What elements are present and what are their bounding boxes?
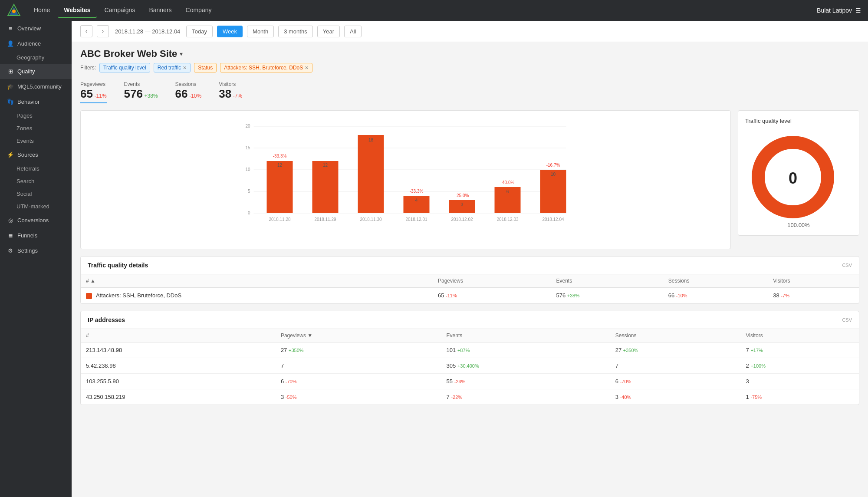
period-today[interactable]: Today [186, 26, 213, 37]
tq-vi-change: -7% [781, 293, 789, 298]
page-title-bar: ABC Broker Web Site ▾ [72, 42, 868, 63]
period-all[interactable]: All [344, 26, 362, 37]
filter-tag-quality-text: Traffic quality level [103, 65, 146, 71]
sidebar-label-events: Events [16, 138, 34, 144]
sidebar-item-quality[interactable]: ⊞ Quality [0, 64, 72, 79]
stat-visitors-value: 38 [219, 87, 231, 100]
content-body: 20 15 10 5 0 -33.3% 12 2018.11.28 12 201… [72, 103, 868, 256]
svg-text:-16.7%: -16.7% [546, 163, 560, 168]
sidebar-item-search[interactable]: Search [0, 175, 72, 188]
ip-table: IP addresses CSV # Pageviews ▼ Events Se… [80, 311, 859, 405]
sidebar-item-audience[interactable]: 👤 Audience [0, 36, 72, 51]
sidebar-label-mql5: MQL5.community [17, 83, 62, 90]
table-row: 103.255.5.90 6 -70% 55 -24% 6 -70% 3 [81, 373, 859, 389]
ip-visitors-cell: 2 +100% [741, 358, 859, 373]
period-month[interactable]: Month [247, 26, 274, 37]
nav-campaigns[interactable]: Campaigns [99, 3, 141, 18]
ip-se-change: -40% [620, 395, 631, 400]
svg-text:2018.12.02: 2018.12.02 [451, 217, 473, 222]
period-year[interactable]: Year [317, 26, 340, 37]
nav-company[interactable]: Company [180, 3, 218, 18]
user-info: Bulat Latipov ☰ [817, 7, 861, 14]
settings-icon: ⚙ [7, 247, 14, 254]
sidebar-label-referrals: Referrals [16, 165, 39, 172]
main-content: ‹ › 2018.11.28 — 2018.12.04 Today Week M… [72, 21, 868, 497]
ip-pageviews-cell: 27 +350% [276, 342, 441, 358]
sidebar-item-funnels[interactable]: ≣ Funnels [0, 228, 72, 243]
filter-tag-attackers-text: Attackers: SSH, Bruteforce, DDoS [224, 65, 303, 71]
ip-address-cell: 213.143.48.98 [81, 342, 276, 358]
ip-sessions-cell: 3 -40% [610, 389, 741, 405]
ip-title: IP addresses [88, 316, 125, 323]
sidebar-item-geography[interactable]: Geography [0, 51, 72, 64]
sidebar-item-events[interactable]: Events [0, 135, 72, 147]
stat-visitors: Visitors 38 -7% [219, 81, 242, 103]
next-period-button[interactable]: › [97, 25, 109, 37]
date-range: 2018.11.28 — 2018.12.04 [115, 28, 180, 35]
ip-se-change: +350% [623, 348, 638, 353]
svg-text:6: 6 [506, 189, 509, 194]
tq-col-pageviews: Pageviews [433, 274, 551, 288]
nav-home[interactable]: Home [28, 3, 56, 18]
ip-visitors-cell: 1 -75% [741, 389, 859, 405]
ip-vi-change: -75% [750, 395, 762, 400]
ip-visitors-cell: 3 [741, 373, 859, 389]
sidebar-item-behavior[interactable]: 👣 Behavior [0, 94, 72, 109]
stat-pageviews-change: -11% [95, 93, 107, 99]
remove-red-traffic-button[interactable]: ✕ [183, 65, 187, 71]
sidebar-label-sources: Sources [17, 151, 38, 158]
sidebar-item-social[interactable]: Social [0, 188, 72, 200]
ip-vi-change: +17% [750, 348, 763, 353]
sidebar-label-settings: Settings [17, 247, 38, 254]
tq-ev-change: +38% [567, 293, 579, 298]
tq-pv-change: -11% [446, 293, 457, 298]
mql5-icon: 🎓 [7, 83, 14, 90]
svg-text:2018.12.04: 2018.12.04 [542, 217, 564, 222]
quality-icon: ⊞ [7, 68, 14, 75]
stat-sessions-value: 66 [175, 87, 188, 100]
traffic-quality-csv-button[interactable]: CSV [842, 263, 852, 268]
ip-data-table: # Pageviews ▼ Events Sessions Visitors 2… [81, 329, 859, 405]
sidebar-item-referrals[interactable]: Referrals [0, 162, 72, 175]
stat-events: Events 576 +38% [124, 81, 158, 103]
tq-col-events: Events [551, 274, 663, 288]
tq-se-change: -10% [676, 293, 687, 298]
tq-pageviews-cell: 65 -11% [433, 288, 551, 303]
stat-sessions-label: Sessions [175, 81, 202, 87]
sidebar-item-utm[interactable]: UTM-marked [0, 200, 72, 213]
site-dropdown-icon[interactable]: ▾ [180, 50, 183, 57]
sidebar-item-mql5[interactable]: 🎓 MQL5.community [0, 79, 72, 94]
remove-attackers-button[interactable]: ✕ [305, 65, 309, 71]
svg-text:10: 10 [245, 167, 250, 172]
ip-col-pageviews: Pageviews ▼ [276, 329, 441, 342]
stats-row: Pageviews 65 -11% Events 576 +38% Sessio… [72, 77, 868, 103]
sidebar-label-funnels: Funnels [17, 232, 37, 239]
sidebar-item-settings[interactable]: ⚙ Settings [0, 243, 72, 258]
svg-text:2018.11.30: 2018.11.30 [360, 217, 381, 222]
ip-ev-change: -24% [454, 379, 466, 384]
sidebar-item-overview[interactable]: ≡ Overview [0, 21, 72, 36]
sidebar-item-zones[interactable]: Zones [0, 122, 72, 135]
filters-label: Filters: [80, 65, 96, 71]
period-3months[interactable]: 3 months [278, 26, 312, 37]
conversions-icon: ◎ [7, 217, 14, 224]
donut-title: Traffic quality level [745, 118, 852, 124]
top-navigation: Home Websites Campaigns Banners Company … [0, 0, 868, 21]
sidebar-item-conversions[interactable]: ◎ Conversions [0, 213, 72, 228]
stat-visitors-label: Visitors [219, 81, 242, 87]
ip-csv-button[interactable]: CSV [842, 317, 852, 323]
ip-address-cell: 43.250.158.219 [81, 389, 276, 405]
svg-text:12: 12 [277, 163, 283, 168]
nav-banners[interactable]: Banners [143, 3, 178, 18]
filter-tag-attackers: Attackers: SSH, Bruteforce, DDoS ✕ [220, 63, 312, 72]
sidebar-item-sources[interactable]: ⚡ Sources [0, 147, 72, 162]
period-week[interactable]: Week [217, 26, 243, 37]
user-menu-icon[interactable]: ☰ [855, 7, 861, 14]
prev-period-button[interactable]: ‹ [80, 25, 92, 37]
sidebar-item-pages[interactable]: Pages [0, 109, 72, 122]
nav-websites[interactable]: Websites [58, 3, 96, 18]
traffic-quality-data-table: # ▲ Pageviews Events Sessions Visitors A… [81, 274, 859, 303]
color-box [86, 293, 92, 299]
donut-area: Traffic quality level 0 100.00% [738, 110, 859, 236]
ip-sessions-cell: 7 [610, 358, 741, 373]
